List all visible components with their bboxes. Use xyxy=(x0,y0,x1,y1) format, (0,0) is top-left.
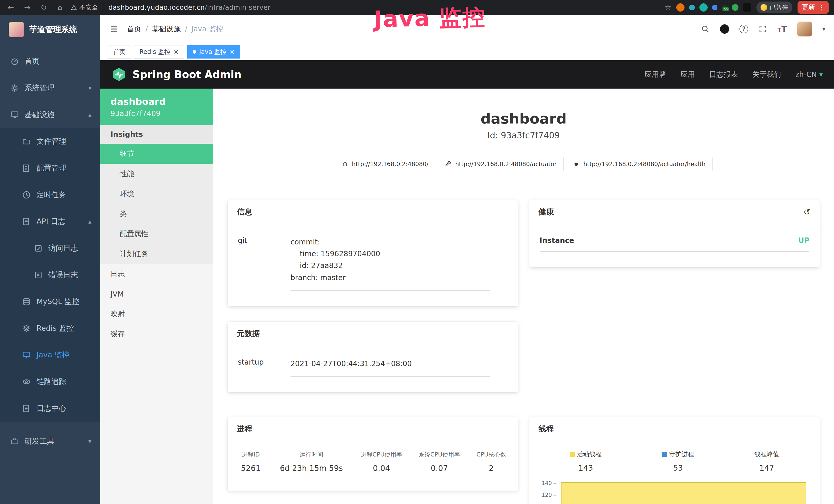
sba-section-insights: Insights xyxy=(100,125,213,144)
sidebar-menu: 首页 系统管理 ▾ 基础设施 ▴ 文件管理 配置管理 定时 xyxy=(0,44,100,455)
sidebar-item-mysql[interactable]: MySQL 监控 xyxy=(0,288,100,315)
spring-boot-admin-logo-icon xyxy=(111,67,126,82)
sidebar-item-label: Redis 监控 xyxy=(37,323,74,334)
tab-redis-monitor[interactable]: Redis 监控 × xyxy=(134,45,184,59)
sba-item-caches[interactable]: 缓存 xyxy=(100,324,213,344)
security-chip[interactable]: ⚠ 不安全 xyxy=(71,3,98,12)
card-body: startup 2021-04-27T00:44:31.254+08:00 xyxy=(227,346,518,392)
health-card-title: 健康 xyxy=(539,207,554,217)
sba-item-performance[interactable]: 性能 xyxy=(100,164,213,184)
sba-nav-journal[interactable]: 日志报表 xyxy=(709,70,738,79)
search-icon[interactable] xyxy=(701,25,710,33)
extension-icon[interactable] xyxy=(743,3,751,12)
url-domain: dashboard.yudao.iocoder.cn xyxy=(108,4,205,11)
breadcrumb: 首页 / 基础设施 / Java 监控 xyxy=(127,24,223,34)
help-icon[interactable]: ? xyxy=(740,25,748,33)
user-avatar[interactable] xyxy=(797,22,812,37)
legend-swatch-blue xyxy=(662,452,667,457)
tab-java-monitor[interactable]: Java 监控 × xyxy=(187,45,240,59)
process-col: CPU核心数 2 xyxy=(477,451,506,477)
sba-item-details[interactable]: 细节 xyxy=(100,144,213,164)
legend-label: 守护进程 xyxy=(670,450,694,458)
paused-badge[interactable]: 已暂停 xyxy=(756,2,792,13)
browser-home-icon[interactable]: ⌂ xyxy=(54,3,66,12)
instance-header[interactable]: dashboard 93a3fc7f7409 xyxy=(100,89,213,125)
sidebar-item-system[interactable]: 系统管理 ▾ xyxy=(0,75,100,101)
close-icon[interactable]: × xyxy=(229,48,235,55)
info-card-title: 信息 xyxy=(237,207,252,217)
font-size-icon[interactable]: TT xyxy=(777,24,787,34)
dashboard-icon xyxy=(10,57,19,66)
health-row[interactable]: Instance UP xyxy=(540,236,810,252)
update-button[interactable]: 更新 ⋮ xyxy=(797,1,829,14)
history-icon[interactable]: ↺ xyxy=(804,207,810,217)
extension-icon[interactable] xyxy=(676,3,684,12)
hamburger-icon[interactable] xyxy=(109,25,119,33)
sidebar-item-log-center[interactable]: 日志中心 xyxy=(0,395,100,422)
card-body: Instance UP xyxy=(529,224,820,267)
sba-item-environment[interactable]: 环境 xyxy=(100,184,213,204)
forward-icon[interactable]: → xyxy=(22,3,33,12)
sba-nav-about[interactable]: 关于我们 xyxy=(752,70,781,79)
breadcrumb-item[interactable]: 基础设施 xyxy=(152,24,180,34)
service-url-link[interactable]: http://192.168.0.2:48080/ xyxy=(335,157,435,171)
sidebar-item-error-log[interactable]: 错误日志 xyxy=(0,261,100,288)
monitor-icon xyxy=(10,110,19,119)
sba-language-select[interactable]: zh-CN ▾ xyxy=(795,70,823,79)
bookmark-star-icon[interactable]: ☆ xyxy=(665,3,671,12)
close-icon[interactable]: × xyxy=(173,48,178,55)
sba-item-jvm[interactable]: JVM xyxy=(100,284,213,304)
log-doc-icon xyxy=(22,404,31,413)
sidebar-item-java[interactable]: Java 监控 xyxy=(0,342,100,368)
process-card: 进程 进程ID 5261 运行时间 6d 23h 15m 59s xyxy=(227,417,518,491)
sidebar-item-dev-tools[interactable]: 研发工具 ▾ xyxy=(0,428,100,455)
extension-icon[interactable] xyxy=(699,3,708,12)
kebab-menu-icon[interactable]: ⋮ xyxy=(818,4,825,11)
extension-icon[interactable]: on xyxy=(722,5,727,10)
sidebar-item-api-log[interactable]: API 日志 ▴ xyxy=(0,208,100,235)
back-icon[interactable]: ← xyxy=(5,3,17,12)
divider xyxy=(103,4,103,11)
sidebar-item-job[interactable]: 定时任务 xyxy=(0,182,100,208)
breadcrumb-item[interactable]: 首页 xyxy=(127,24,141,34)
reload-icon[interactable]: ↻ xyxy=(38,3,49,12)
process-card-title: 进程 xyxy=(237,423,252,434)
sba-item-scheduled-tasks[interactable]: 计划任务 xyxy=(100,244,213,264)
sidebar-item-home[interactable]: 首页 xyxy=(0,48,100,75)
layers-icon xyxy=(22,324,31,333)
sidebar-item-trace[interactable]: 链路追踪 xyxy=(0,368,100,395)
sba-item-classes[interactable]: 类 xyxy=(100,204,213,224)
process-col-label: 运行时间 xyxy=(279,451,345,459)
eye-icon xyxy=(22,377,31,386)
legend-item: 活动线程 143 xyxy=(570,450,601,473)
extension-icon[interactable] xyxy=(689,5,695,10)
sidebar-item-infra[interactable]: 基础设施 ▴ xyxy=(0,101,100,128)
sba-item-mappings[interactable]: 映射 xyxy=(100,304,213,324)
card-body: 进程ID 5261 运行时间 6d 23h 15m 59s 进程CPU使用率 0… xyxy=(227,441,518,491)
sidebar-item-config[interactable]: 配置管理 xyxy=(0,155,100,182)
chevron-down-icon: ▾ xyxy=(88,85,91,92)
y-axis-tick: 120 xyxy=(540,492,556,498)
extension-icon[interactable] xyxy=(712,5,717,10)
process-col-label: 进程CPU使用率 xyxy=(360,451,402,459)
sidebar-item-redis[interactable]: Redis 监控 xyxy=(0,315,100,342)
actuator-url-link[interactable]: http://192.168.0.2:48080/actuator xyxy=(438,157,564,171)
fullscreen-icon[interactable] xyxy=(759,25,767,33)
process-col-label: 系统CPU使用率 xyxy=(419,451,460,459)
health-url-link[interactable]: http://192.168.0.2:48080/actuator/health xyxy=(566,157,712,171)
sba-nav-applications[interactable]: 应用 xyxy=(680,70,695,79)
extension-icon[interactable] xyxy=(732,4,739,11)
github-icon[interactable] xyxy=(720,24,729,33)
info-row: git commit: time: 1596289704000 id: 27aa… xyxy=(238,236,508,291)
sidebar-item-file[interactable]: 文件管理 xyxy=(0,128,100,155)
avatar-caret-icon[interactable]: ▾ xyxy=(822,26,825,32)
tab-home[interactable]: 首页 xyxy=(108,45,131,59)
warning-icon: ⚠ xyxy=(71,4,77,11)
address-bar[interactable]: dashboard.yudao.iocoder.cn/infra/admin-s… xyxy=(108,4,270,11)
sba-nav-wallboard[interactable]: 应用墙 xyxy=(644,70,666,79)
active-dot xyxy=(193,50,196,54)
sidebar-item-label: 研发工具 xyxy=(25,436,54,446)
sba-item-logs[interactable]: 日志 xyxy=(100,264,213,284)
sidebar-item-access-log[interactable]: 访问日志 xyxy=(0,235,100,261)
sba-item-config-props[interactable]: 配置属性 xyxy=(100,224,213,244)
